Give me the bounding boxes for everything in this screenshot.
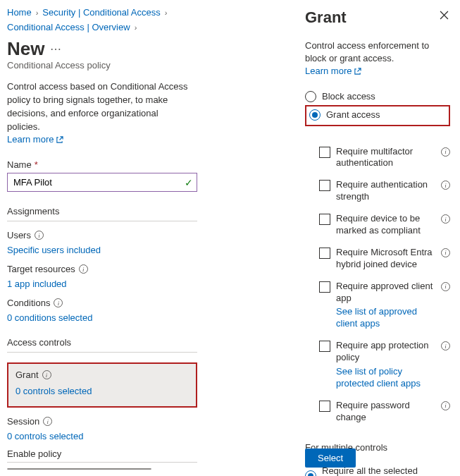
checkbox-label: Require approved client app See list of … <box>336 281 450 331</box>
conditions-label: Conditionsi <box>7 298 282 308</box>
enable-policy-toggle[interactable]: Report-only On Off <box>7 468 151 470</box>
panel-title: Grant <box>305 8 347 27</box>
info-icon[interactable]: i <box>43 417 52 426</box>
chevron-right-icon: › <box>36 8 39 17</box>
checkbox-label: Require authentication strength <box>336 179 450 203</box>
info-icon[interactable]: i <box>42 370 51 379</box>
checkbox-row-compliant[interactable]: Require device to be marked as compliant… <box>319 213 450 237</box>
targets-label: Target resourcesi <box>7 264 282 274</box>
checkbox-icon[interactable] <box>319 214 330 225</box>
panel-learn-more-link[interactable]: Learn more <box>305 65 361 78</box>
checkbox-row-approved-client[interactable]: Require approved client app See list of … <box>319 281 450 331</box>
radio-icon-selected <box>305 470 316 476</box>
info-icon[interactable]: i <box>35 231 44 240</box>
info-icon[interactable]: i <box>441 401 450 410</box>
conditions-value-link[interactable]: 0 conditions selected <box>7 312 282 323</box>
page-subtitle: Conditional Access policy <box>7 60 282 71</box>
radio-block-access[interactable]: Block access <box>305 91 450 102</box>
checkbox-label: Require app protection policy See list o… <box>336 340 450 390</box>
checkbox-label: Require password change <box>336 400 450 424</box>
assignments-heading: Assignments <box>7 206 197 221</box>
toggle-report-only[interactable]: Report-only <box>8 468 64 470</box>
close-icon <box>440 11 449 20</box>
page-description: Control access based on Conditional Acce… <box>7 80 190 147</box>
checkbox-icon[interactable] <box>319 341 330 352</box>
info-icon[interactable]: i <box>441 248 450 257</box>
protected-client-apps-link[interactable]: See list of policy protected client apps <box>336 366 437 390</box>
breadcrumb: Home › Security | Conditional Access › C… <box>7 7 282 32</box>
checkbox-icon[interactable] <box>319 401 330 412</box>
info-icon[interactable]: i <box>441 282 450 291</box>
external-link-icon <box>56 136 63 144</box>
page-title: New <box>7 38 44 60</box>
radio-label: Block access <box>322 91 375 102</box>
toggle-off[interactable]: Off <box>108 468 151 470</box>
name-label: Name* <box>7 159 282 170</box>
close-button[interactable] <box>438 8 450 24</box>
check-icon: ✓ <box>185 177 193 188</box>
radio-label: Grant access <box>326 109 380 120</box>
breadcrumb-home[interactable]: Home <box>7 7 32 18</box>
info-icon[interactable]: i <box>54 298 63 307</box>
more-actions-button[interactable]: ⋯ <box>50 42 61 56</box>
toggle-on[interactable]: On <box>65 468 108 470</box>
checkbox-icon[interactable] <box>319 180 330 191</box>
info-icon[interactable]: i <box>79 264 88 274</box>
enable-policy-label: Enable policy <box>7 448 197 463</box>
breadcrumb-security[interactable]: Security | Conditional Access <box>42 7 160 18</box>
checkbox-label: Require multifactor authentication <box>336 146 450 170</box>
chevron-right-icon: › <box>135 23 137 32</box>
checkbox-row-password-change[interactable]: Require password change i <box>319 400 450 424</box>
checkbox-icon[interactable] <box>319 281 330 293</box>
checkbox-row-hybrid[interactable]: Require Microsoft Entra hybrid joined de… <box>319 247 450 271</box>
info-icon[interactable]: i <box>441 147 450 157</box>
radio-icon-selected <box>309 109 321 121</box>
checkbox-label: Require Microsoft Entra hybrid joined de… <box>336 247 450 271</box>
users-label: Usersi <box>7 230 282 240</box>
panel-description: Control access enforcement to block or g… <box>305 39 450 78</box>
grant-section-highlighted[interactable]: Granti 0 controls selected <box>7 362 197 408</box>
approved-client-apps-link[interactable]: See list of approved client apps <box>336 306 437 330</box>
access-controls-heading: Access controls <box>7 337 197 353</box>
checkbox-icon[interactable] <box>319 147 330 158</box>
grant-label: Granti <box>15 370 189 380</box>
radio-grant-access-highlighted[interactable]: Grant access <box>305 105 450 126</box>
learn-more-link[interactable]: Learn more <box>7 133 63 147</box>
select-button[interactable]: Select <box>305 448 356 468</box>
radio-icon <box>305 91 316 102</box>
checkbox-row-auth-strength[interactable]: Require authentication strength i <box>319 179 450 203</box>
checkbox-row-app-protection[interactable]: Require app protection policy See list o… <box>319 340 450 390</box>
breadcrumb-overview[interactable]: Conditional Access | Overview <box>7 22 130 32</box>
checkbox-icon[interactable] <box>319 248 330 259</box>
session-label: Sessioni <box>7 416 282 427</box>
checkbox-label: Require device to be marked as compliant <box>336 213 450 237</box>
checkbox-row-mfa[interactable]: Require multifactor authentication i <box>319 146 450 170</box>
session-value-link[interactable]: 0 controls selected <box>7 431 282 441</box>
name-input[interactable] <box>7 173 197 192</box>
users-value-link[interactable]: Specific users included <box>7 245 282 255</box>
chevron-right-icon: › <box>165 8 168 17</box>
targets-value-link[interactable]: 1 app included <box>7 279 282 289</box>
grant-value-link[interactable]: 0 controls selected <box>15 386 189 396</box>
external-link-icon <box>354 68 361 75</box>
